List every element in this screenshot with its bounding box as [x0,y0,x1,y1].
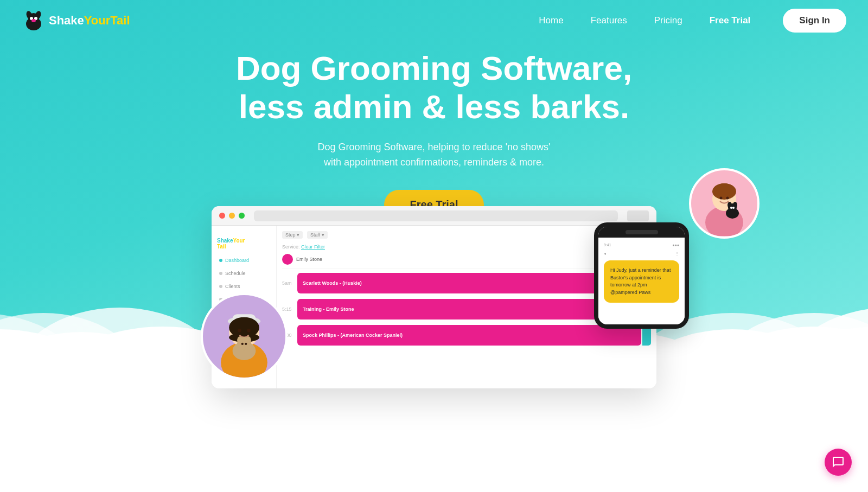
appointment-row-3: 5:30 Spock Phillips - (American Cocker S… [282,325,651,346]
browser-chrome [212,206,656,226]
apt-block-1[interactable]: Scarlett Woods - (Huskie) [297,273,641,293]
profile-avatar-right [689,168,760,239]
phone-notch-bar [626,230,658,234]
apt-label-1: Scarlett Woods - (Huskie) [303,280,362,286]
message-bubble: Hi Judy, just a reminder that Bustor's a… [604,260,679,303]
phone-back: ◂ [604,251,606,256]
browser-action-btn [627,210,649,221]
sidebar-item-schedule[interactable]: Schedule [212,267,276,280]
svg-point-31 [726,197,729,200]
logo[interactable]: ShakeYourTail [22,9,130,33]
url-bar [254,210,618,221]
svg-point-46 [247,329,250,332]
main-nav: Home Features Pricing Free Trial Sign In [539,9,846,33]
svg-point-45 [238,329,241,332]
header: ShakeYourTail Home Features Pricing Free… [0,0,868,41]
svg-point-37 [732,207,735,209]
sign-in-button[interactable]: Sign In [783,9,846,33]
time-slot-1: 5am [282,280,297,286]
svg-point-24 [31,19,36,22]
user-name-label: Emily Stone [296,257,322,262]
phone-mockup: 9:41 ●●● ◂ ⋮ Hi Judy, just a reminder th… [594,222,689,329]
browser-body: ShakeYourTail Dashboard Schedule Clients… [212,226,656,388]
hero-subtitle: Dog Grooming Software, helping to reduce… [0,139,868,171]
profile-avatar-left [201,293,288,380]
window-dot-green [239,213,245,219]
phone-screen: 9:41 ●●● ◂ ⋮ Hi Judy, just a reminder th… [598,238,685,324]
svg-point-51 [241,343,244,345]
chat-icon [832,456,845,469]
nav-home[interactable]: Home [539,15,563,26]
user-avatar-sm [282,254,293,265]
svg-point-30 [720,197,723,200]
phone-status-bar: 9:41 ●●● [604,243,679,247]
message-text: Hi Judy, just a reminder that Bustor's a… [610,267,671,295]
profile-person-right [692,171,757,236]
phone-icons: ●●● [672,243,679,247]
apt-label-2: Training - Emily Stone [303,306,354,312]
time-slot-2: 5:15 [282,306,297,312]
svg-point-36 [730,207,732,209]
window-dot-yellow [229,213,235,219]
sidebar-item-dashboard[interactable]: Dashboard [212,254,276,267]
toolbar-step: Step ▾ [282,231,303,239]
logo-text: ShakeYourTail [49,14,130,28]
nav-pricing[interactable]: Pricing [654,15,682,26]
profile-person-left [203,293,285,380]
phone-time: 9:41 [604,243,611,247]
toolbar-staff: Staff ▾ [307,231,328,239]
nav-free-trial[interactable]: Free Trial [710,15,751,26]
apt-label-3: Spock Phillips - (American Cocker Spanie… [303,333,403,338]
logo-icon [22,9,46,33]
sidebar-logo: ShakeYourTail [212,233,276,254]
phone-notch [598,227,685,238]
window-dot-red [219,213,225,219]
hero-title: Dog Grooming Software, less admin & less… [0,49,868,126]
apt-block-3[interactable]: Spock Phillips - (American Cocker Spanie… [297,325,641,346]
chat-button[interactable] [825,449,852,476]
svg-point-29 [713,183,735,196]
svg-point-52 [245,343,247,345]
nav-features[interactable]: Features [591,15,627,26]
phone-more: ⋮ [675,251,679,256]
sidebar-item-clients[interactable]: Clients [212,280,276,293]
